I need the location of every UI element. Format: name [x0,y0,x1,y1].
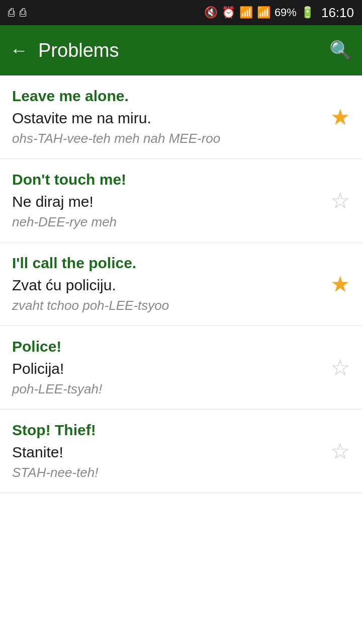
phrase-english: Police! [12,338,350,355]
phrase-translation: Zvat ću policiju. [12,277,350,294]
star-button[interactable]: ★ [330,273,350,295]
status-right-icons: 🔇 ⏰ 📶 📶 69% 🔋 16:10 [204,5,354,21]
phrase-item-police[interactable]: Police! Policija! poh-LEE-tsyah! ☆ [0,326,362,410]
star-button[interactable]: ☆ [330,440,350,462]
phrase-translation: Stanite! [12,444,350,461]
app-bar-left: ← Problems [10,40,119,61]
app-bar: ← Problems 🔍 [0,25,362,75]
battery-icon: 🔋 [301,6,314,19]
phrase-phonetic: poh-LEE-tsyah! [12,381,350,397]
phrase-phonetic: STAH-nee-teh! [12,465,350,480]
search-button[interactable]: 🔍 [329,40,352,61]
phrase-item-dont-touch-me[interactable]: Don't touch me! Ne diraj me! neh-DEE-rye… [0,159,362,243]
phrase-translation: Ostavite me na miru. [12,110,350,127]
image-icon: ⎙ [20,6,26,19]
phrase-english: Stop! Thief! [12,422,350,439]
status-time: 16:10 [321,5,354,21]
alarm-icon: ⏰ [222,6,235,19]
phrase-phonetic: zvaht tchoo poh-LEE-tsyoo [12,298,350,313]
phrase-item-stop-thief[interactable]: Stop! Thief! Stanite! STAH-nee-teh! ☆ [0,410,362,493]
wifi-icon: 📶 [239,6,253,19]
app-bar-title: Problems [38,40,119,61]
phrase-english: Leave me alone. [12,88,350,105]
star-button[interactable]: ★ [330,106,350,128]
phrase-translation: Ne diraj me! [12,193,350,210]
battery-percent: 69% [275,6,297,19]
phrase-translation: Policija! [12,360,350,377]
star-button[interactable]: ☆ [330,190,350,212]
phrase-phonetic: neh-DEE-rye meh [12,214,350,230]
status-bar: ⎙ ⎙ 🔇 ⏰ 📶 📶 69% 🔋 16:10 [0,0,362,25]
phrase-item-leave-me-alone[interactable]: Leave me alone. Ostavite me na miru. ohs… [0,75,362,159]
phrase-item-ill-call-police[interactable]: I'll call the police. Zvat ću policiju. … [0,243,362,326]
phrase-english: I'll call the police. [12,255,350,272]
phrase-phonetic: ohs-TAH-vee-teh meh nah MEE-roo [12,131,350,146]
back-button[interactable]: ← [10,40,28,61]
star-button[interactable]: ☆ [330,357,350,379]
signal-icon: 📶 [257,6,270,19]
phrase-list: Leave me alone. Ostavite me na miru. ohs… [0,75,362,493]
status-left-icons: ⎙ ⎙ [8,6,26,19]
muted-icon: 🔇 [204,6,218,19]
phrase-english: Don't touch me! [12,171,350,188]
usb-icon: ⎙ [8,6,15,19]
